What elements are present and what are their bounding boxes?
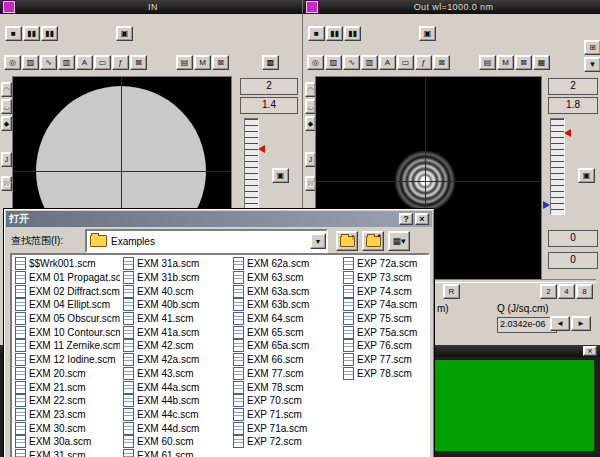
- file-item[interactable]: EXM 31a.scm: [120, 257, 230, 271]
- edge-tool-button[interactable]: ▼: [584, 57, 600, 72]
- file-item[interactable]: EXM 61.scm: [120, 449, 230, 457]
- display-tool-button[interactable]: ◎: [307, 55, 324, 70]
- file-item[interactable]: EXP 71a.scm: [230, 421, 340, 435]
- in-j-button[interactable]: J: [1, 152, 12, 167]
- dropdown-button[interactable]: ▼: [310, 233, 326, 249]
- file-item[interactable]: $$Wrk001.scm: [12, 257, 120, 271]
- display-tool-button[interactable]: ⊠: [433, 55, 450, 70]
- view-menu-button[interactable]: ▦▾: [388, 231, 410, 251]
- display-tool-button[interactable]: ⊠: [212, 55, 229, 70]
- display-tool-button[interactable]: ▤: [479, 55, 496, 70]
- help-icon[interactable]: ?: [399, 213, 413, 225]
- transport-button[interactable]: ▮▮: [326, 26, 343, 41]
- display-tool-button[interactable]: ▭: [397, 55, 414, 70]
- out-level-gauge[interactable]: [550, 118, 565, 215]
- file-item[interactable]: EXM 65a.scm: [230, 339, 340, 353]
- file-item[interactable]: EXM 01 Propagat.scm: [12, 271, 120, 285]
- file-item[interactable]: EXP 74a.scm: [340, 298, 428, 312]
- out-gauge-button[interactable]: ▣: [578, 168, 595, 183]
- side-tool-button[interactable]: ◡: [1, 99, 12, 114]
- file-item[interactable]: EXP 75.scm: [340, 312, 428, 326]
- out-gauge-marker[interactable]: [564, 129, 571, 137]
- file-item[interactable]: EXM 40b.scm: [120, 298, 230, 312]
- file-item[interactable]: EXP 72a.scm: [340, 257, 428, 271]
- file-item[interactable]: EXM 40.scm: [120, 284, 230, 298]
- out-zoom-field[interactable]: 2: [548, 78, 598, 95]
- file-item[interactable]: EXM 63b.scm: [230, 298, 340, 312]
- file-item[interactable]: EXM 30.scm: [12, 421, 120, 435]
- side-tool-button[interactable]: ◆: [1, 116, 12, 131]
- display-tool-button[interactable]: ∿: [343, 55, 360, 70]
- file-item[interactable]: EXP 72.scm: [230, 435, 340, 449]
- display-tool-button[interactable]: ▦: [533, 55, 550, 70]
- display-tool-button[interactable]: ▥: [361, 55, 378, 70]
- file-item[interactable]: EXP 73.scm: [340, 271, 428, 285]
- in-gauge-button[interactable]: ▣: [272, 168, 289, 183]
- file-item[interactable]: EXM 22.scm: [12, 394, 120, 408]
- edge-tool-button[interactable]: ⊞: [584, 40, 600, 55]
- new-folder-button[interactable]: *: [362, 231, 384, 251]
- file-item[interactable]: EXM 20.scm: [12, 367, 120, 381]
- file-item[interactable]: EXM 44d.scm: [120, 421, 230, 435]
- in-window-titlebar[interactable]: IN: [0, 0, 302, 14]
- next-button[interactable]: ►: [571, 316, 591, 331]
- file-item[interactable]: EXP 78.scm: [340, 367, 428, 381]
- file-item[interactable]: EXM 41.scm: [120, 312, 230, 326]
- file-list[interactable]: $$Wrk001.scm EXM 01 Propagat.scm EXM 02 …: [10, 253, 430, 457]
- file-item[interactable]: EXM 42.scm: [120, 339, 230, 353]
- out-gauge-lower-marker[interactable]: [543, 201, 550, 209]
- display-tool-button[interactable]: M: [497, 55, 514, 70]
- look-in-combobox[interactable]: Examples ▼: [85, 229, 328, 253]
- close-icon[interactable]: ×: [583, 346, 597, 356]
- in-gauge-marker[interactable]: [258, 145, 265, 153]
- file-item[interactable]: EXM 66.scm: [230, 353, 340, 367]
- out-aux-button[interactable]: ▣: [419, 26, 436, 41]
- file-item[interactable]: EXM 04 Ellipt.scm: [12, 298, 120, 312]
- file-item[interactable]: EXM 05 Obscur.scm: [12, 312, 120, 326]
- file-item[interactable]: EXM 02 Diffract.scm: [12, 284, 120, 298]
- in-extra-tool-button[interactable]: ▩: [262, 55, 279, 70]
- file-item[interactable]: EXM 10 Contour.scm: [12, 325, 120, 339]
- display-tool-button[interactable]: ƒ: [415, 55, 432, 70]
- display-tool-button[interactable]: A: [76, 55, 93, 70]
- file-item[interactable]: EXM 63.scm: [230, 271, 340, 285]
- file-item[interactable]: EXP 77.scm: [340, 353, 428, 367]
- file-item[interactable]: EXM 78.scm: [230, 380, 340, 394]
- transport-button[interactable]: ▮▮: [23, 26, 40, 41]
- file-item[interactable]: EXM 44a.scm: [120, 380, 230, 394]
- zoom-step-button[interactable]: 2: [540, 284, 557, 299]
- file-item[interactable]: EXM 60.scm: [120, 435, 230, 449]
- file-item[interactable]: EXM 21.scm: [12, 380, 120, 394]
- open-dialog-titlebar[interactable]: 打开 ? ×: [6, 211, 432, 227]
- file-item[interactable]: EXM 12 Iodine.scm: [12, 353, 120, 367]
- transport-button[interactable]: ■: [308, 26, 325, 41]
- file-item[interactable]: EXM 64.scm: [230, 312, 340, 326]
- out-window-titlebar[interactable]: Out wl=1000.0 nm: [303, 0, 600, 14]
- file-item[interactable]: EXM 42a.scm: [120, 353, 230, 367]
- file-item[interactable]: EXM 41a.scm: [120, 325, 230, 339]
- file-item[interactable]: EXP 75a.scm: [340, 325, 428, 339]
- close-icon[interactable]: ×: [415, 213, 429, 225]
- display-tool-button[interactable]: A: [379, 55, 396, 70]
- in-level-gauge[interactable]: [244, 118, 259, 215]
- display-tool-button[interactable]: ⊠: [130, 55, 147, 70]
- display-tool-button[interactable]: ▭: [94, 55, 111, 70]
- zoom-step-button[interactable]: 4: [558, 284, 575, 299]
- file-item[interactable]: EXM 30a.scm: [12, 435, 120, 449]
- transport-button[interactable]: ▮▮: [41, 26, 58, 41]
- file-item[interactable]: EXM 43.scm: [120, 367, 230, 381]
- file-item[interactable]: EXM 31.scm: [12, 449, 120, 457]
- out-scale-field[interactable]: 1.8: [548, 97, 598, 114]
- display-tool-button[interactable]: ▨: [22, 55, 39, 70]
- display-tool-button[interactable]: ◎: [4, 55, 21, 70]
- display-tool-button[interactable]: ▤: [176, 55, 193, 70]
- in-zoom-field[interactable]: 2: [240, 78, 298, 95]
- display-tool-button[interactable]: M: [194, 55, 211, 70]
- in-w-button[interactable]: W: [1, 176, 12, 191]
- side-tool-button[interactable]: ◠: [1, 82, 12, 97]
- display-tool-button[interactable]: ⊠: [515, 55, 532, 70]
- display-tool-button[interactable]: ▥: [58, 55, 75, 70]
- file-item[interactable]: EXM 11 Zernike.scm: [12, 339, 120, 353]
- zoom-step-button[interactable]: 8: [576, 284, 593, 299]
- file-item[interactable]: EXM 77.scm: [230, 367, 340, 381]
